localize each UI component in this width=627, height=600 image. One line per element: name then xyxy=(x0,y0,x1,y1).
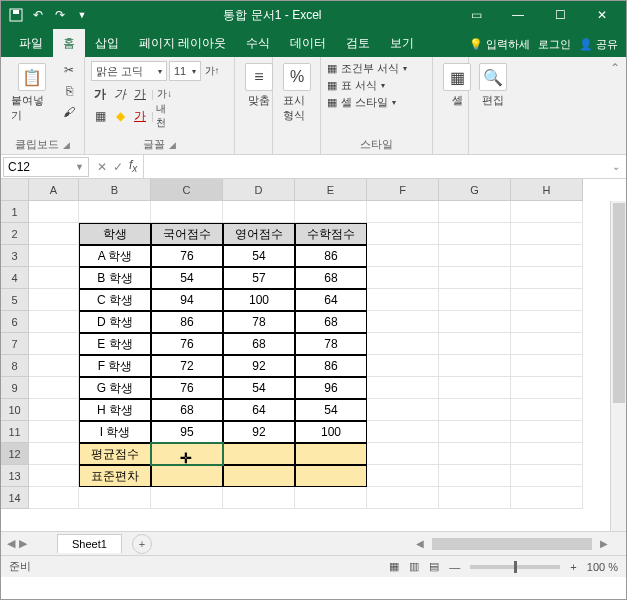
cell[interactable] xyxy=(439,223,511,245)
sheet-nav-next-icon[interactable]: ▶ xyxy=(19,537,27,550)
cell[interactable] xyxy=(151,201,223,223)
select-all-corner[interactable] xyxy=(1,179,29,201)
cell-styles-button[interactable]: ▦셀 스타일▾ xyxy=(327,95,407,110)
summary-cell[interactable] xyxy=(223,465,295,487)
cell[interactable] xyxy=(367,421,439,443)
tab-insert[interactable]: 삽입 xyxy=(85,29,129,57)
underline-button[interactable]: 가 xyxy=(131,85,149,103)
cell[interactable] xyxy=(511,311,583,333)
vertical-scrollbar[interactable] xyxy=(610,201,626,531)
spreadsheet-grid[interactable]: ABCDEFGH12학생국어점수영어점수수학점수3A 학생7654864B 학생… xyxy=(1,179,626,509)
row-header[interactable]: 11 xyxy=(1,421,29,443)
col-header[interactable]: G xyxy=(439,179,511,201)
table-cell[interactable]: A 학생 xyxy=(79,245,151,267)
cell[interactable] xyxy=(439,267,511,289)
horizontal-scrollbar[interactable] xyxy=(432,538,592,550)
cell[interactable] xyxy=(439,245,511,267)
summary-cell[interactable] xyxy=(295,465,367,487)
tab-home[interactable]: 홈 xyxy=(53,29,85,57)
format-painter-icon[interactable]: 🖌 xyxy=(60,103,78,121)
table-cell[interactable]: 100 xyxy=(295,421,367,443)
table-cell[interactable]: 86 xyxy=(295,355,367,377)
cell[interactable] xyxy=(29,377,79,399)
close-button[interactable]: ✕ xyxy=(582,1,622,29)
table-cell[interactable]: 78 xyxy=(295,333,367,355)
summary-cell[interactable]: 표준편차 xyxy=(79,465,151,487)
login-link[interactable]: 로그인 xyxy=(538,37,571,52)
name-box[interactable]: C12▼ xyxy=(3,157,89,177)
cell[interactable] xyxy=(29,333,79,355)
cell[interactable] xyxy=(367,377,439,399)
zoom-out-button[interactable]: — xyxy=(449,561,460,573)
table-cell[interactable]: 64 xyxy=(295,289,367,311)
bold-button[interactable]: 가 xyxy=(91,85,109,103)
cell[interactable] xyxy=(511,443,583,465)
table-header[interactable]: 영어점수 xyxy=(223,223,295,245)
col-header[interactable]: C xyxy=(151,179,223,201)
col-header[interactable]: D xyxy=(223,179,295,201)
cell[interactable] xyxy=(29,201,79,223)
table-cell[interactable]: 86 xyxy=(151,311,223,333)
cell[interactable] xyxy=(439,377,511,399)
row-header[interactable]: 6 xyxy=(1,311,29,333)
increase-font-icon[interactable]: 가↑ xyxy=(203,62,221,80)
cell[interactable] xyxy=(29,289,79,311)
cell[interactable] xyxy=(295,487,367,509)
cancel-formula-icon[interactable]: ✕ xyxy=(97,160,107,174)
table-cell[interactable]: 64 xyxy=(223,399,295,421)
table-cell[interactable]: 76 xyxy=(151,245,223,267)
cell[interactable] xyxy=(151,487,223,509)
hscroll-left-icon[interactable]: ◀ xyxy=(416,538,424,549)
table-cell[interactable]: 96 xyxy=(295,377,367,399)
cell[interactable] xyxy=(367,267,439,289)
cell[interactable] xyxy=(79,487,151,509)
col-header[interactable]: E xyxy=(295,179,367,201)
cell[interactable] xyxy=(511,223,583,245)
summary-cell[interactable] xyxy=(151,465,223,487)
row-header[interactable]: 3 xyxy=(1,245,29,267)
col-header[interactable]: A xyxy=(29,179,79,201)
zoom-level[interactable]: 100 % xyxy=(587,561,618,573)
table-cell[interactable]: 78 xyxy=(223,311,295,333)
cut-icon[interactable]: ✂ xyxy=(60,61,78,79)
row-header[interactable]: 12 xyxy=(1,443,29,465)
table-cell[interactable]: H 학생 xyxy=(79,399,151,421)
undo-icon[interactable]: ↶ xyxy=(31,8,45,22)
tab-layout[interactable]: 페이지 레이아웃 xyxy=(129,29,236,57)
table-cell[interactable]: 54 xyxy=(223,377,295,399)
cell[interactable] xyxy=(439,487,511,509)
cell[interactable] xyxy=(367,311,439,333)
fill-color-icon[interactable]: ◆ xyxy=(111,107,129,125)
cell[interactable] xyxy=(79,201,151,223)
row-header[interactable]: 7 xyxy=(1,333,29,355)
cell[interactable] xyxy=(367,223,439,245)
sheet-tab[interactable]: Sheet1 xyxy=(57,534,122,553)
cell[interactable] xyxy=(439,465,511,487)
table-cell[interactable]: 92 xyxy=(223,355,295,377)
italic-button[interactable]: 가 xyxy=(111,85,129,103)
cell[interactable] xyxy=(367,443,439,465)
cell[interactable] xyxy=(511,333,583,355)
number-format-button[interactable]: %표시 형식 xyxy=(279,61,315,125)
cell[interactable] xyxy=(29,487,79,509)
redo-icon[interactable]: ↷ xyxy=(53,8,67,22)
table-cell[interactable]: 72 xyxy=(151,355,223,377)
table-header[interactable]: 국어점수 xyxy=(151,223,223,245)
normal-view-icon[interactable]: ▦ xyxy=(389,560,399,573)
table-cell[interactable]: 76 xyxy=(151,333,223,355)
cell[interactable] xyxy=(511,267,583,289)
table-cell[interactable]: C 학생 xyxy=(79,289,151,311)
font-size-select[interactable]: 11▾ xyxy=(169,61,201,81)
tab-view[interactable]: 보기 xyxy=(380,29,424,57)
summary-cell[interactable] xyxy=(223,443,295,465)
cell[interactable] xyxy=(367,289,439,311)
table-cell[interactable]: 54 xyxy=(295,399,367,421)
cell[interactable] xyxy=(439,421,511,443)
cell[interactable] xyxy=(511,245,583,267)
table-cell[interactable]: F 학생 xyxy=(79,355,151,377)
row-header[interactable]: 9 xyxy=(1,377,29,399)
zoom-in-button[interactable]: + xyxy=(570,561,576,573)
cell[interactable] xyxy=(511,289,583,311)
cell[interactable] xyxy=(29,267,79,289)
table-cell[interactable]: 68 xyxy=(295,311,367,333)
